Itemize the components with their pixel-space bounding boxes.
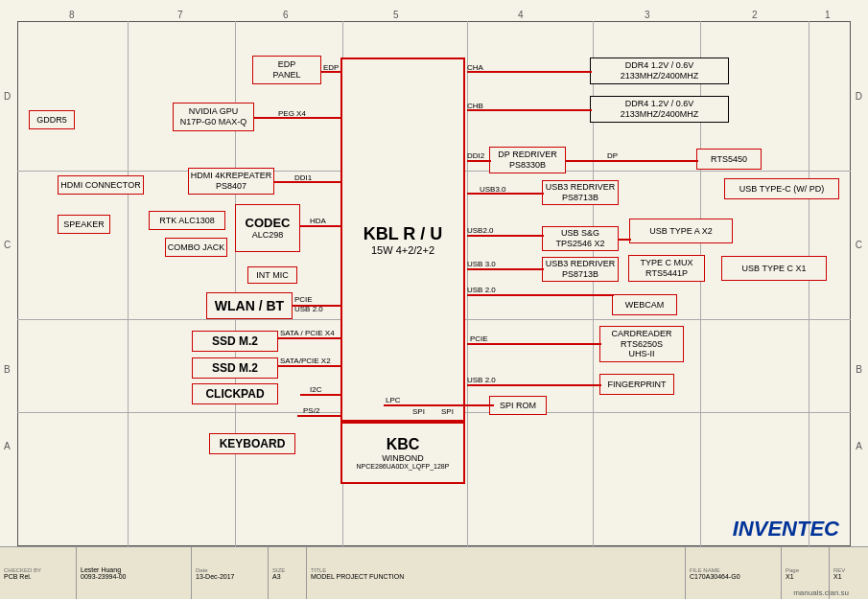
chb-line <box>467 109 592 111</box>
size-cell: SIZE A3 <box>269 547 307 599</box>
wlan-bt-box: WLAN / BT <box>206 292 293 319</box>
spi2-line <box>436 404 494 406</box>
edp-panel-label2: PANEL <box>273 70 301 81</box>
usb30a-label: USB3.0 <box>480 185 506 194</box>
usb-typec-wpd-label: USB TYPE-C (W/ PD) <box>739 184 824 195</box>
col-label-8: 8 <box>69 10 75 20</box>
sata-pcie-x4-label: SATA / PCIE X4 <box>280 329 335 337</box>
rtk-box: RTK ALC1308 <box>149 211 225 230</box>
sata-pcie-x2-line <box>278 365 342 367</box>
codec-box: CODEC ALC298 <box>235 204 300 252</box>
int-mic-label: INT MIC <box>256 270 288 281</box>
rtk-label: RTK ALC1308 <box>159 216 214 226</box>
hdmi-conn-box: HDMI CONNECTOR <box>58 175 144 195</box>
ssd1-box: SSD M.2 <box>192 331 278 352</box>
edp-panel-box: EDP PANEL <box>252 56 321 84</box>
webcam-box: WEBCAM <box>612 294 677 315</box>
kbc-title: KBC <box>387 436 420 453</box>
ddr-cha-box: DDR4 1.2V / 0.6V 2133MHZ/2400MHZ <box>590 58 729 84</box>
ddr-chb-label2: 2133MHZ/2400MHZ <box>621 109 699 120</box>
usb-type-a-box: USB TYPE A X2 <box>629 219 733 243</box>
webcam-label: WEBCAM <box>625 300 665 311</box>
hdmi-rep-label1: HDMI 4KREPEATER <box>191 171 271 181</box>
page-value: X1 <box>786 573 825 580</box>
usb20-wlan-label: USB 2.0 <box>294 305 323 313</box>
chb-label: CHB <box>467 102 483 110</box>
nvidia-label2: N17P-G0 MAX-Q <box>180 117 247 127</box>
usb30b-line <box>467 268 544 270</box>
edp-panel-label: EDP <box>278 59 296 70</box>
spi-rom-label: SPI ROM <box>500 401 536 411</box>
spi1-label: SPI <box>412 407 425 416</box>
fingerprint-label: FINGERPRINT <box>607 380 666 390</box>
border-right <box>850 21 851 546</box>
i2c-line <box>300 394 342 396</box>
cardreader-label3: UHS-II <box>629 349 655 359</box>
hda-line <box>300 225 342 227</box>
kbl-cpu-box: KBL R / U 15W 4+2/2+2 <box>340 58 465 422</box>
usb-type-a-label: USB TYPE A X2 <box>649 226 712 237</box>
usb20b-line <box>467 294 614 296</box>
usb3-redriver2-box: USB3 REDRIVER PS8713B <box>542 257 619 282</box>
speaker-label: SPEAKER <box>63 219 105 230</box>
file-value: C170A30464-G0 <box>690 573 777 580</box>
usb-sa-g-label1: USB S&G <box>561 228 599 239</box>
grid-col-6 <box>235 21 236 546</box>
col-label-6: 6 <box>283 10 289 20</box>
border-left <box>17 21 18 546</box>
usb20a-label: USB2.0 <box>467 226 494 235</box>
clickpad-label: CLICKPAD <box>205 387 264 401</box>
fingerprint-box: FINGERPRINT <box>599 374 674 395</box>
nvidia-label1: NVIDIA GPU <box>189 106 239 117</box>
ssd1-label: SSD M.2 <box>212 334 258 348</box>
ddr-cha-label2: 2133MHZ/2400MHZ <box>621 71 699 81</box>
dp-label: DP <box>607 151 618 160</box>
model-label: MODEL PROJECT FUNCTION <box>311 573 681 580</box>
usb-sa-g-box: USB S&G TPS2546 X2 <box>542 226 619 251</box>
ddi1-label: DDI1 <box>294 173 312 182</box>
usb-sa-g-label2: TPS2546 X2 <box>555 239 604 249</box>
usb-type-a-conn-line <box>619 239 631 241</box>
nvidia-box: NVIDIA GPU N17P-G0 MAX-Q <box>173 103 254 131</box>
int-mic-box: INT MIC <box>247 266 297 284</box>
combo-jack-label: COMBO JACK <box>168 242 225 253</box>
combo-jack-box: COMBO JACK <box>165 238 227 257</box>
col-label-4: 4 <box>518 10 524 20</box>
size-value: A3 <box>272 573 302 580</box>
dp-redriver-box: DP REDRIVER PS8330B <box>489 147 566 173</box>
grid-col-7 <box>128 21 129 546</box>
usb20b-label: USB 2.0 <box>467 286 496 294</box>
ssd2-label: SSD M.2 <box>212 361 258 375</box>
model-cell: TITLE MODEL PROJECT FUNCTION <box>307 547 686 599</box>
lpc-label: LPC <box>386 396 401 404</box>
type-c-mux-label2: RTS5441P <box>645 268 688 279</box>
cardreader-label2: RTS6250S <box>621 339 663 350</box>
i2c-label: I2C <box>310 385 321 394</box>
drawn-by-value: Lester Huang 0093-23994-00 <box>81 566 187 580</box>
pcie-line <box>467 343 601 345</box>
edp-label: EDP <box>323 63 339 72</box>
spi2-label: SPI <box>441 407 454 416</box>
dp-line <box>566 160 698 162</box>
rts5450-label: RTS5450 <box>711 154 747 165</box>
clickpad-box: CLICKPAD <box>192 383 278 404</box>
pcie-label: PCIE <box>470 334 488 343</box>
date-value: 13-Dec-2017 <box>196 573 264 580</box>
codec-label2: ALC298 <box>252 230 284 241</box>
rev-value: X1 <box>833 573 864 580</box>
row-label-a-right: A <box>856 441 862 451</box>
hdmi-rep-box: HDMI 4KREPEATER PS8407 <box>188 168 274 195</box>
col-label-2: 2 <box>752 10 758 20</box>
ssd2-box: SSD M.2 <box>192 357 278 379</box>
usb3-redriver2-label1: USB3 REDRIVER <box>546 259 616 269</box>
ddr-chb-box: DDR4 1.2V / 0.6V 2133MHZ/2400MHZ <box>590 96 729 123</box>
gddr5-box: GDDR5 <box>29 110 75 129</box>
type-c-mux-box: TYPE C MUX RTS5441P <box>628 255 705 282</box>
usb-typec-wpd-box: USB TYPE-C (W/ PD) <box>724 178 839 199</box>
usb3-redriver2-label2: PS8713B <box>562 269 598 280</box>
ddi2-line <box>467 160 491 162</box>
kbl-title: KBL R / U <box>364 224 443 244</box>
type-c-mux-label1: TYPE C MUX <box>640 258 692 268</box>
sata-pcie-x2-label: SATA/PCIE X2 <box>280 357 331 365</box>
cardreader-box: CARDREADER RTS6250S UHS-II <box>599 326 684 362</box>
